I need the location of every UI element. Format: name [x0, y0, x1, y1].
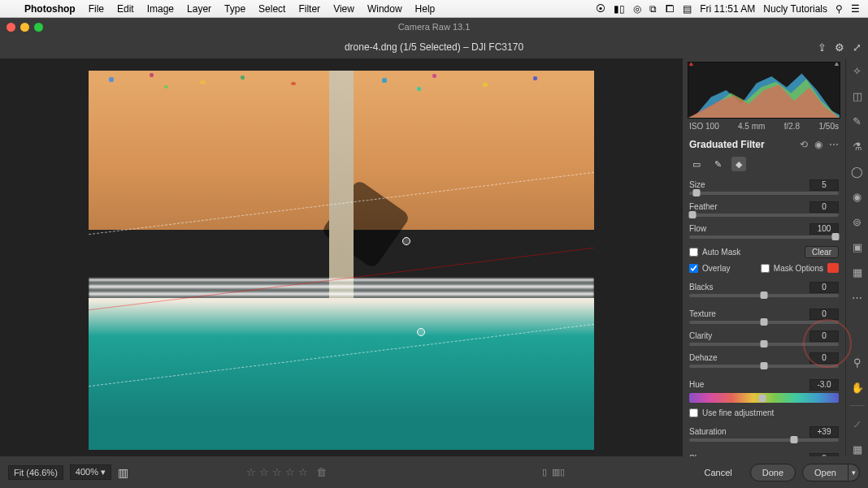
histogram[interactable]: ▲ ▲: [688, 62, 840, 119]
image-preview[interactable]: [89, 71, 594, 450]
saturation-value[interactable]: +39: [809, 426, 839, 438]
close-window-icon[interactable]: [7, 23, 15, 32]
graduated-filter-pin[interactable]: [402, 237, 410, 245]
mask-color-swatch[interactable]: [827, 263, 839, 273]
fine-adjust-checkbox[interactable]: [689, 408, 698, 417]
hue-value[interactable]: -3.0: [809, 379, 839, 391]
crop-tool-icon[interactable]: ◫: [850, 89, 865, 103]
adjust-brush-icon[interactable]: ⚗: [850, 139, 865, 153]
dehaze-slider[interactable]: [689, 365, 839, 368]
feather-value[interactable]: 0: [809, 201, 839, 213]
hue-label: Hue: [689, 380, 704, 389]
settings-icon[interactable]: ⚙: [835, 41, 844, 54]
open-button[interactable]: Open: [802, 464, 848, 482]
star-icon[interactable]: ☆: [285, 466, 295, 478]
done-button[interactable]: Done: [750, 464, 796, 482]
open-dropdown[interactable]: ▾: [848, 464, 860, 482]
visibility-icon[interactable]: ◉: [814, 139, 822, 150]
zoom-tool-icon[interactable]: ⚲: [850, 355, 865, 369]
undo-icon[interactable]: ⟲: [800, 139, 808, 150]
sampler-icon[interactable]: ⟋: [850, 417, 865, 431]
record-icon[interactable]: ⦿: [596, 3, 605, 15]
redeye-tool-icon[interactable]: ⊚: [850, 214, 865, 229]
size-slider[interactable]: [689, 192, 839, 195]
overlay-checkbox[interactable]: [689, 264, 698, 273]
edit-tool-icon[interactable]: ✧: [850, 63, 865, 78]
fullscreen-icon[interactable]: ⤢: [853, 41, 861, 54]
flow-slider[interactable]: [689, 235, 839, 239]
iso-value: ISO 100: [689, 122, 719, 131]
wifi-icon[interactable]: ⧉: [649, 3, 657, 15]
menu-help[interactable]: Help: [409, 3, 442, 15]
shadow-clip-icon[interactable]: ▲: [688, 62, 695, 67]
graduated-filter-icon[interactable]: ◯: [850, 164, 865, 179]
rating-stars[interactable]: ☆ ☆ ☆ ☆ ☆ 🗑: [246, 466, 327, 478]
cc-icon[interactable]: ◎: [633, 3, 641, 15]
user-name[interactable]: Nucly Tutorials: [763, 3, 827, 15]
grid-icon[interactable]: ▦: [850, 442, 865, 456]
trash-icon[interactable]: 🗑: [316, 466, 327, 478]
clock[interactable]: Fri 11:51 AM: [700, 3, 755, 15]
menu-select[interactable]: Select: [252, 3, 292, 15]
star-icon[interactable]: ☆: [246, 466, 256, 478]
feather-slider[interactable]: [689, 214, 839, 217]
menu-file[interactable]: File: [82, 3, 111, 15]
star-icon[interactable]: ☆: [259, 466, 269, 478]
blacks-slider[interactable]: [689, 294, 839, 297]
app-name[interactable]: Photoshop: [18, 3, 82, 15]
more-icon[interactable]: ⋯: [829, 139, 839, 150]
toolstrip: ✧ ◫ ✎ ⚗ ◯ ◉ ⊚ ▣ ▦ ⋯ ⚲ ✋ ⟋ ▦: [845, 58, 868, 456]
new-mask-icon[interactable]: ▭: [689, 157, 704, 171]
sound-icon[interactable]: ⧠: [665, 3, 675, 15]
highlight-clip-icon[interactable]: ▲: [833, 62, 840, 67]
radial-filter-icon[interactable]: ◉: [850, 189, 865, 204]
blacks-value[interactable]: 0: [809, 282, 839, 293]
cancel-button[interactable]: Cancel: [693, 464, 744, 481]
menu-layer[interactable]: Layer: [180, 3, 218, 15]
filmstrip-toggle-icon[interactable]: ▥: [118, 466, 128, 479]
menu-image[interactable]: Image: [141, 3, 180, 15]
brush-erase-icon[interactable]: ◆: [731, 157, 746, 171]
dehaze-label: Dehaze: [689, 353, 717, 362]
share-icon[interactable]: ⇪: [818, 41, 827, 54]
overlay-label: Overlay: [702, 264, 730, 273]
mask-options-checkbox[interactable]: [761, 264, 770, 273]
hue-slider[interactable]: [689, 393, 839, 403]
size-value[interactable]: 5: [809, 179, 839, 191]
more-tools-icon[interactable]: ⋯: [850, 290, 865, 304]
compare-icon[interactable]: ▯: [542, 467, 547, 477]
battery-icon[interactable]: ▮▯: [614, 3, 625, 15]
texture-slider[interactable]: [689, 321, 839, 324]
texture-value[interactable]: 0: [809, 309, 839, 320]
star-icon[interactable]: ☆: [298, 466, 308, 478]
heal-tool-icon[interactable]: ✎: [850, 114, 865, 128]
canvas[interactable]: [0, 58, 683, 456]
menu-filter[interactable]: Filter: [292, 3, 327, 15]
auto-mask-checkbox[interactable]: [689, 248, 698, 257]
zoom-dropdown[interactable]: 400% ▾: [70, 464, 111, 480]
fit-dropdown[interactable]: Fit (46.6%): [8, 465, 63, 480]
menubar-status: ⦿ ▮▯ ◎ ⧉ ⧠ ▤ Fri 11:51 AM Nucly Tutorial…: [596, 3, 868, 15]
hand-tool-icon[interactable]: ✋: [850, 380, 865, 395]
before-after-icon[interactable]: ▥▯: [552, 467, 565, 477]
dehaze-value[interactable]: 0: [809, 352, 839, 364]
menu-view[interactable]: View: [327, 3, 361, 15]
minimize-window-icon[interactable]: [20, 23, 29, 32]
snapshot-icon[interactable]: ▣: [850, 240, 865, 254]
menu-type[interactable]: Type: [218, 3, 252, 15]
focal-value: 4.5 mm: [738, 122, 765, 131]
maximize-window-icon[interactable]: [34, 23, 43, 32]
menu-window[interactable]: Window: [361, 3, 409, 15]
clear-button[interactable]: Clear: [805, 246, 839, 258]
saturation-slider[interactable]: [689, 438, 839, 442]
traffic-lights[interactable]: [7, 23, 43, 32]
preset-icon[interactable]: ▦: [850, 265, 865, 279]
star-icon[interactable]: ☆: [272, 466, 282, 478]
clarity-value[interactable]: 0: [809, 330, 839, 342]
search-icon[interactable]: ⚲: [835, 3, 843, 15]
control-center-icon[interactable]: ☰: [851, 3, 860, 15]
flag-icon[interactable]: ▤: [683, 3, 692, 15]
brush-add-icon[interactable]: ✎: [710, 157, 725, 171]
menu-edit[interactable]: Edit: [111, 3, 141, 15]
clarity-slider[interactable]: [689, 343, 839, 346]
